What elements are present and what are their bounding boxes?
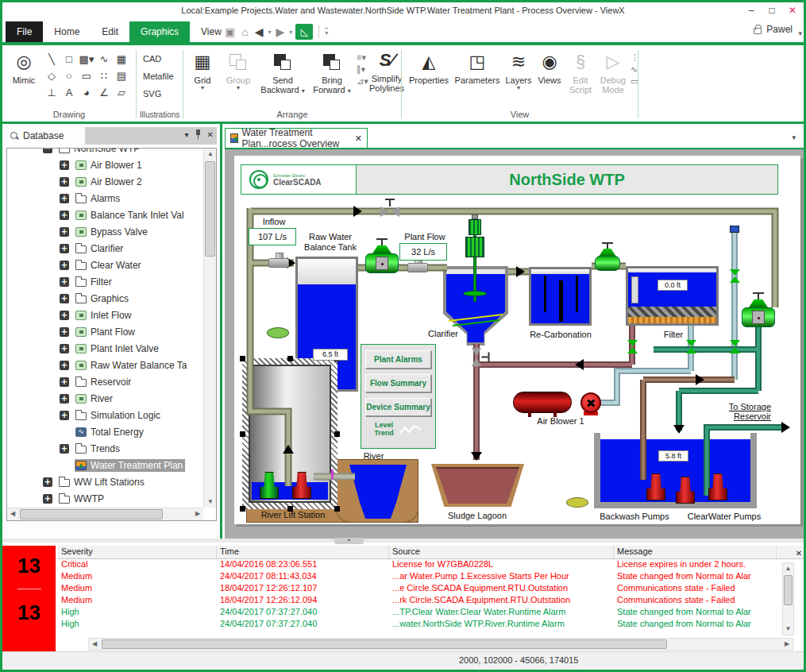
app-tab[interactable]: File <box>6 21 43 42</box>
tree-item[interactable]: Raw Water Balance Ta <box>7 357 203 373</box>
forward-dropdown-icon[interactable]: ▾ <box>289 29 292 36</box>
alarm-panel-close-icon[interactable]: ✕ <box>794 548 804 559</box>
mimic-button[interactable]: ◎ Mimic <box>7 50 40 85</box>
document-tab[interactable]: Water Treatment Plan...rocess Overview ✕ <box>225 128 368 148</box>
tree-item[interactable]: Water Treatment Plan <box>7 457 203 473</box>
splitter-handle[interactable]: ▾ <box>334 538 364 544</box>
tree-expand-icon[interactable] <box>60 444 69 454</box>
tree-expand-icon[interactable] <box>60 344 69 353</box>
alarm-row[interactable]: Medium 18/04/2017 12:26:12.107 ...e Circ… <box>58 583 804 595</box>
alarm-count-banner[interactable]: 13 13 <box>2 546 56 651</box>
trend-tool-icon[interactable]: ∿ <box>95 52 113 68</box>
bring-forward-button[interactable]: Bring Forward ▾ <box>309 50 355 95</box>
tree-expand-icon[interactable] <box>60 294 69 303</box>
properties-button[interactable]: ◭ Properties <box>406 50 452 85</box>
tree-expand-icon[interactable] <box>60 394 69 404</box>
app-tab[interactable]: Edit <box>91 21 129 42</box>
tree-expand-icon[interactable] <box>60 361 69 370</box>
mimic-nav-button[interactable]: Flow Summary <box>365 374 431 392</box>
tree-item[interactable]: WWTP <box>7 490 203 507</box>
back-icon[interactable]: ◀ <box>253 25 265 38</box>
tree-expand-icon[interactable] <box>43 149 52 153</box>
panel-dropdown-icon[interactable]: ▾ <box>185 130 189 139</box>
tree-expand-icon[interactable] <box>60 311 69 320</box>
group-button[interactable]: Group ▾ <box>222 50 255 91</box>
tree-expand-icon[interactable] <box>60 210 69 220</box>
close-icon[interactable]: ✕ <box>786 4 799 17</box>
scroll-up-icon[interactable]: ▲ <box>204 149 217 160</box>
tree-item[interactable]: Trends <box>7 440 203 457</box>
backwash-supply-valve[interactable] <box>730 340 740 353</box>
line-tool-icon[interactable]: ╲ <box>43 52 60 68</box>
inflow-value[interactable]: 107 L/s <box>249 228 296 245</box>
alarm-row[interactable]: Critical 14/04/2016 08:23:06.551 License… <box>58 559 804 571</box>
tree-expand-icon[interactable] <box>43 494 52 504</box>
tree-expand-icon[interactable] <box>43 477 52 487</box>
titlebar-dropdown-icon[interactable]: ▾ <box>798 29 802 37</box>
tree-item[interactable]: Balance Tank Inlet Val <box>7 207 203 223</box>
tree-expand-icon[interactable] <box>60 160 69 170</box>
pie-tool-icon[interactable]: ◕ <box>78 85 95 102</box>
tree-item[interactable]: Simulation Logic <box>7 407 203 423</box>
tree-item[interactable]: River <box>7 390 203 407</box>
debug-mode-button[interactable]: ▷ Debug Mode <box>596 50 630 95</box>
document-list-dropdown-icon[interactable]: ▾ <box>792 133 796 141</box>
tree-item[interactable]: Graphics <box>7 290 203 307</box>
alarm-vscroll-thumb[interactable] <box>784 575 793 605</box>
tree-item[interactable]: Air Blower 2 <box>7 173 203 190</box>
backwash-isolation-valve[interactable] <box>730 269 740 283</box>
clarifier-motor-upper[interactable] <box>469 219 481 235</box>
clarifier-motor-lower[interactable] <box>465 237 484 257</box>
sludge-manual-valve[interactable] <box>472 348 482 367</box>
pipe-tool-icon[interactable]: ⊥ <box>43 85 60 102</box>
distribute-icon[interactable]: ≡▾ <box>357 52 368 64</box>
views-button[interactable]: ◉ Views <box>534 50 565 85</box>
scroll-left-icon[interactable]: ◀ <box>89 639 100 650</box>
scroll-down-icon[interactable]: ▼ <box>204 496 217 508</box>
tree-item[interactable]: NorthSide WTP <box>7 149 203 156</box>
app-tab[interactable]: Graphics <box>129 21 190 42</box>
filter-underdrain-valve[interactable] <box>686 340 696 353</box>
tree-expand-icon[interactable] <box>60 261 69 270</box>
save-icon[interactable]: ▣ <box>223 25 237 38</box>
database-tab[interactable]: Database <box>6 127 85 145</box>
tree-expand-icon[interactable] <box>60 194 69 203</box>
alarm-vertical-scrollbar[interactable]: ▲ ▼ <box>782 562 794 635</box>
rectangle-tool-icon[interactable]: □ <box>60 52 78 68</box>
tree-item[interactable]: Air Blower 1 <box>7 156 203 173</box>
tree-item[interactable]: Clear Water <box>7 257 203 273</box>
edit-script-button[interactable]: § Edit Script <box>565 50 596 95</box>
scroll-right-icon[interactable]: ▶ <box>192 508 203 519</box>
forward-icon[interactable]: ▶ <box>275 25 287 38</box>
tree-item[interactable]: Alarms <box>7 190 203 207</box>
alarm-row[interactable]: High 24/04/2017 07:37:27.040 ...water.No… <box>58 619 804 631</box>
rotate-icon[interactable]: ⊿▾ <box>357 75 368 87</box>
bypass-valve[interactable] <box>380 207 399 217</box>
list-tool-icon[interactable]: ▤ <box>113 68 130 85</box>
align-icon[interactable]: ∥▾ <box>357 64 368 75</box>
illustration-button[interactable]: SVG <box>137 85 174 102</box>
mimic-nav-button[interactable]: Device Summary <box>365 398 431 416</box>
tree-expand-icon[interactable] <box>60 244 69 253</box>
column-time[interactable]: Time <box>217 546 389 558</box>
column-severity[interactable]: Severity <box>58 546 217 558</box>
tree-expand-icon[interactable] <box>60 177 69 187</box>
illustration-button[interactable]: CAD <box>137 50 174 68</box>
tree-vertical-scrollbar[interactable]: ▲ ▼ <box>203 149 216 508</box>
panel-pin-icon[interactable] <box>195 129 201 139</box>
ruler-tool-icon[interactable]: ◺ <box>295 24 313 40</box>
clear-water-level-sensor[interactable] <box>566 497 588 508</box>
scatter-tool-icon[interactable]: ∷ <box>95 68 113 85</box>
scroll-up-icon[interactable]: ▲ <box>783 563 793 574</box>
recarbonation-outlet-valve[interactable] <box>595 239 620 271</box>
tree-item[interactable]: Plant Inlet Valve <box>7 340 203 357</box>
splitter[interactable] <box>2 539 804 543</box>
polyline-tool-icon[interactable]: ▱ <box>113 85 130 102</box>
tree-horizontal-scrollbar[interactable]: ◀ ▶ <box>7 508 203 520</box>
tree-expand-icon[interactable] <box>60 327 69 337</box>
panel-close-icon[interactable]: ✕ <box>207 130 214 139</box>
illustration-button[interactable]: Metafile <box>137 68 174 85</box>
tree-item[interactable]: Total Energy <box>7 423 203 440</box>
tree-item[interactable]: Filter <box>7 273 203 290</box>
back-dropdown-icon[interactable]: ▾ <box>268 29 271 36</box>
